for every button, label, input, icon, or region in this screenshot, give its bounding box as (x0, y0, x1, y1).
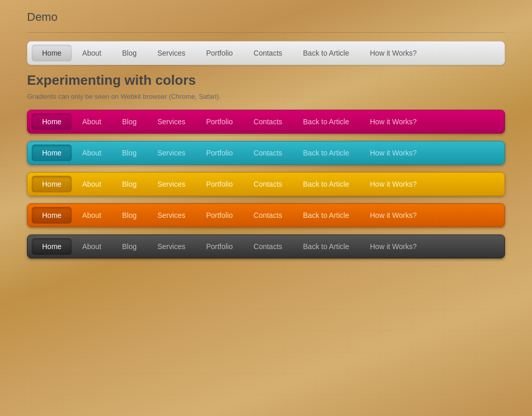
navbar-dark: Home About Blog Services Portfolio Conta… (27, 235, 505, 258)
nav-how-teal[interactable]: How it Works? (360, 145, 427, 161)
nav-portfolio-dark[interactable]: Portfolio (196, 238, 243, 255)
section-subtext: Gradients can only be seen on Webkit bro… (27, 93, 505, 100)
section-heading: Experimenting with colors (27, 72, 505, 88)
nav-blog[interactable]: Blog (112, 45, 147, 61)
nav-back-orange[interactable]: Back to Article (292, 207, 360, 224)
nav-about-teal[interactable]: About (72, 145, 112, 161)
nav-blog-orange[interactable]: Blog (112, 207, 147, 224)
nav-about-yellow[interactable]: About (72, 176, 112, 192)
nav-home-teal[interactable]: Home (32, 145, 72, 161)
nav-about[interactable]: About (72, 45, 112, 61)
nav-contacts-pink[interactable]: Contacts (243, 113, 292, 130)
nav-back-yellow[interactable]: Back to Article (292, 176, 360, 192)
nav-about-pink[interactable]: About (72, 113, 112, 130)
nav-portfolio-teal[interactable]: Portfolio (196, 145, 243, 161)
nav-services-orange[interactable]: Services (147, 207, 196, 224)
nav-services[interactable]: Services (147, 45, 196, 61)
nav-contacts-teal[interactable]: Contacts (243, 145, 292, 161)
divider (27, 32, 505, 33)
nav-portfolio[interactable]: Portfolio (196, 45, 243, 61)
nav-how-dark[interactable]: How it Works? (360, 238, 427, 255)
nav-about-dark[interactable]: About (72, 238, 112, 255)
nav-services-dark[interactable]: Services (147, 238, 196, 255)
nav-blog-pink[interactable]: Blog (112, 113, 147, 130)
nav-home-orange[interactable]: Home (32, 207, 72, 224)
nav-home-yellow[interactable]: Home (32, 176, 72, 192)
nav-blog-yellow[interactable]: Blog (112, 176, 147, 192)
nav-back-teal[interactable]: Back to Article (292, 145, 360, 161)
nav-how-it-works[interactable]: How it Works? (360, 45, 427, 61)
navbar-default: Home About Blog Services Portfolio Conta… (27, 41, 505, 65)
nav-contacts[interactable]: Contacts (243, 45, 292, 61)
nav-contacts-yellow[interactable]: Contacts (243, 176, 292, 192)
nav-services-pink[interactable]: Services (147, 113, 196, 130)
nav-portfolio-orange[interactable]: Portfolio (196, 207, 243, 224)
nav-contacts-orange[interactable]: Contacts (243, 207, 292, 224)
page-wrapper: Demo Home About Blog Services Portfolio … (17, 0, 515, 276)
nav-how-pink[interactable]: How it Works? (360, 113, 427, 130)
navbar-yellow: Home About Blog Services Portfolio Conta… (27, 172, 505, 196)
nav-blog-dark[interactable]: Blog (112, 238, 147, 255)
nav-how-yellow[interactable]: How it Works? (360, 176, 427, 192)
nav-services-yellow[interactable]: Services (147, 176, 196, 192)
nav-about-orange[interactable]: About (72, 207, 112, 224)
nav-services-teal[interactable]: Services (147, 145, 196, 161)
nav-blog-teal[interactable]: Blog (112, 145, 147, 161)
navbar-teal: Home About Blog Services Portfolio Conta… (27, 141, 505, 165)
navbar-pink: Home About Blog Services Portfolio Conta… (27, 110, 505, 134)
nav-home[interactable]: Home (32, 45, 72, 61)
nav-back-to-article[interactable]: Back to Article (292, 45, 360, 61)
nav-back-pink[interactable]: Back to Article (292, 113, 360, 130)
navbar-orange: Home About Blog Services Portfolio Conta… (27, 203, 505, 227)
nav-home-pink[interactable]: Home (32, 113, 72, 130)
nav-back-dark[interactable]: Back to Article (292, 238, 360, 255)
nav-contacts-dark[interactable]: Contacts (243, 238, 292, 255)
nav-how-orange[interactable]: How it Works? (360, 207, 427, 224)
page-title: Demo (27, 10, 505, 24)
nav-portfolio-pink[interactable]: Portfolio (196, 113, 243, 130)
nav-portfolio-yellow[interactable]: Portfolio (196, 176, 243, 192)
nav-home-dark[interactable]: Home (32, 238, 72, 255)
